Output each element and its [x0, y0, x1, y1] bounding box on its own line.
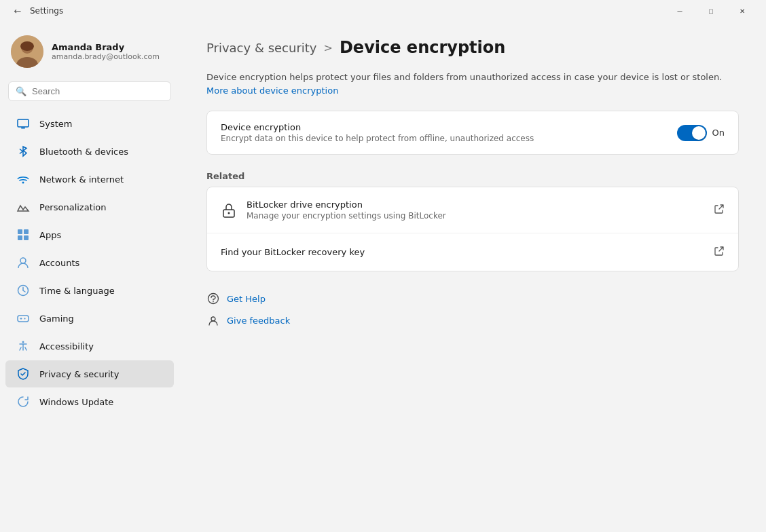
avatar: [11, 35, 43, 68]
get-help-label: Get Help: [227, 294, 266, 304]
user-name: Amanda Brady: [52, 42, 160, 52]
bitlocker-text: BitLocker drive encryption Manage your e…: [247, 200, 704, 221]
give-feedback-icon: [206, 314, 220, 327]
search-input[interactable]: [32, 86, 164, 96]
toggle-label: On: [712, 128, 725, 138]
svg-point-16: [228, 212, 230, 214]
sidebar-item-time-label: Time & language: [39, 286, 115, 296]
breadcrumb-parent[interactable]: Privacy & security: [206, 41, 317, 55]
sidebar-item-network-label: Network & internet: [39, 174, 124, 185]
svg-rect-5: [21, 128, 25, 129]
sidebar-item-bluetooth-label: Bluetooth & devices: [39, 147, 128, 157]
device-encryption-title: Device encryption: [221, 122, 666, 132]
svg-point-14: [22, 341, 24, 343]
accessibility-icon: [16, 339, 30, 353]
update-icon: [16, 395, 30, 408]
sidebar-item-gaming[interactable]: Gaming: [5, 305, 174, 332]
avatar-image: [11, 35, 43, 68]
device-encryption-row: Device encryption Encrypt data on this d…: [207, 111, 738, 154]
search-box[interactable]: 🔍: [8, 81, 171, 101]
sidebar-item-accounts-label: Accounts: [39, 258, 79, 268]
nav-list: System Bluetooth & devices Network & int…: [0, 109, 179, 416]
related-section-title: Related: [206, 171, 739, 181]
breadcrumb-separator: >: [324, 41, 333, 54]
breadcrumb-current: Device encryption: [340, 38, 505, 57]
device-encryption-text: Device encryption Encrypt data on this d…: [221, 122, 666, 143]
back-button[interactable]: ←: [8, 1, 27, 20]
description-link[interactable]: More about device encryption: [206, 86, 338, 96]
privacy-icon: [16, 367, 30, 381]
give-feedback-label: Give feedback: [227, 316, 290, 326]
breadcrumb: Privacy & security > Device encryption: [206, 38, 739, 57]
related-card: BitLocker drive encryption Manage your e…: [206, 187, 739, 271]
sidebar-item-update[interactable]: Windows Update: [5, 388, 174, 415]
device-encryption-toggle[interactable]: [677, 125, 707, 141]
svg-rect-4: [18, 119, 29, 127]
sidebar-item-apps-label: Apps: [39, 230, 61, 240]
bitlocker-row[interactable]: BitLocker drive encryption Manage your e…: [207, 187, 738, 233]
user-profile[interactable]: Amanda Brady amanda.brady@outlook.com: [0, 22, 179, 79]
get-help-icon: [206, 292, 220, 305]
sidebar-item-accounts[interactable]: Accounts: [5, 249, 174, 276]
bluetooth-icon: [16, 145, 30, 158]
user-info: Amanda Brady amanda.brady@outlook.com: [52, 42, 160, 61]
svg-point-18: [213, 301, 214, 303]
svg-rect-13: [18, 316, 29, 322]
titlebar: ← Settings ─ □ ✕: [0, 0, 766, 22]
sidebar-item-gaming-label: Gaming: [39, 314, 74, 324]
maximize-button[interactable]: □: [695, 0, 727, 22]
close-button[interactable]: ✕: [727, 0, 758, 22]
svg-rect-9: [18, 235, 22, 240]
support-section: Get Help Give feedback: [206, 290, 739, 328]
search-icon: 🔍: [16, 86, 26, 96]
sidebar-item-personalization-label: Personalization: [39, 202, 107, 212]
bitlocker-icon: [221, 202, 237, 218]
sidebar-item-privacy[interactable]: Privacy & security: [5, 360, 174, 387]
window-controls: ─ □ ✕: [664, 0, 758, 22]
sidebar: Amanda Brady amanda.brady@outlook.com 🔍 …: [0, 22, 179, 532]
device-encryption-card: Device encryption Encrypt data on this d…: [206, 111, 739, 155]
give-feedback-link[interactable]: Give feedback: [206, 312, 739, 328]
system-icon: [16, 117, 30, 130]
svg-point-3: [20, 41, 34, 51]
sidebar-item-accessibility-label: Accessibility: [39, 341, 94, 352]
sidebar-item-bluetooth[interactable]: Bluetooth & devices: [5, 138, 174, 165]
external-link-icon: [714, 204, 725, 216]
recovery-key-row[interactable]: Find your BitLocker recovery key: [207, 233, 738, 271]
main-content: Privacy & security > Device encryption D…: [179, 22, 766, 532]
network-icon: [16, 172, 30, 186]
device-encryption-subtitle: Encrypt data on this device to help prot…: [221, 134, 666, 143]
bitlocker-subtitle: Manage your encryption settings using Bi…: [247, 211, 704, 221]
toggle-knob: [692, 126, 706, 140]
minimize-button[interactable]: ─: [664, 0, 695, 22]
gaming-icon: [16, 311, 30, 325]
get-help-link[interactable]: Get Help: [206, 290, 739, 307]
sidebar-item-personalization[interactable]: Personalization: [5, 193, 174, 221]
titlebar-title: Settings: [27, 6, 664, 16]
sidebar-item-system[interactable]: System: [5, 110, 174, 137]
svg-rect-8: [24, 229, 29, 234]
bitlocker-title: BitLocker drive encryption: [247, 200, 704, 210]
sidebar-item-accessibility[interactable]: Accessibility: [5, 332, 174, 360]
sidebar-item-update-label: Windows Update: [39, 397, 113, 407]
svg-point-19: [211, 317, 215, 321]
app-body: Amanda Brady amanda.brady@outlook.com 🔍 …: [0, 22, 766, 532]
recovery-external-link-icon: [714, 246, 725, 259]
svg-rect-7: [18, 229, 22, 234]
encryption-toggle-group: On: [677, 125, 725, 141]
personalization-icon: [16, 200, 30, 214]
sidebar-item-time[interactable]: Time & language: [5, 277, 174, 304]
apps-icon: [16, 228, 30, 242]
recovery-key-label: Find your BitLocker recovery key: [221, 247, 704, 257]
accounts-icon: [16, 256, 30, 269]
time-icon: [16, 284, 30, 297]
svg-rect-10: [24, 235, 29, 240]
user-email: amanda.brady@outlook.com: [52, 52, 160, 61]
sidebar-item-network[interactable]: Network & internet: [5, 166, 174, 193]
svg-point-6: [22, 182, 24, 184]
svg-point-11: [20, 258, 26, 263]
page-description: Device encryption helps protect your fil…: [206, 71, 723, 97]
sidebar-item-apps[interactable]: Apps: [5, 221, 174, 248]
sidebar-item-privacy-label: Privacy & security: [39, 369, 119, 379]
sidebar-item-system-label: System: [39, 119, 72, 129]
